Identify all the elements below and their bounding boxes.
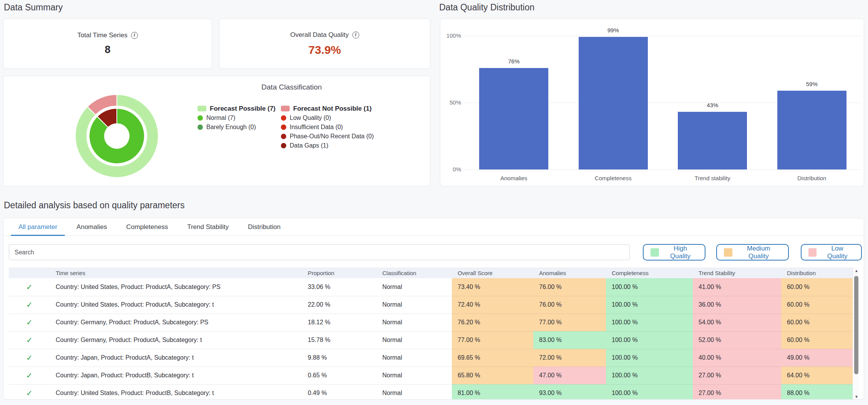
overall-score-cell: 76.20 % — [452, 314, 533, 331]
col-time-series[interactable]: Time series — [50, 267, 302, 278]
legend-label: Barely Enough (0) — [206, 124, 256, 131]
anomalies-cell: 72.00 % — [533, 349, 606, 367]
table-row[interactable]: ✓Country: Germany, Product: ProductA, Su… — [9, 331, 853, 349]
col-trend-stability[interactable]: Trend Stability — [693, 267, 781, 278]
col-anomalies[interactable]: Anomalies — [533, 267, 606, 278]
trend-stability-cell: 40.00 % — [693, 349, 781, 367]
scrollbar-thumb[interactable] — [854, 276, 858, 374]
quality-table-wrap: Time series Proportion Classification Ov… — [9, 267, 859, 400]
completeness-cell: 100.00 % — [606, 314, 693, 331]
trend-stability-cell: 27.00 % — [693, 367, 781, 384]
x-axis-label: Completeness — [575, 175, 652, 181]
x-axis-label: Distribution — [773, 175, 850, 181]
table-row[interactable]: ✓Country: United States, Product: Produc… — [9, 278, 853, 296]
scroll-down-icon[interactable]: ▼ — [853, 395, 859, 399]
legend-item-phase-out-no-recent-data-0[interactable]: Phase-Out/No Recent Data (0) — [281, 133, 374, 139]
completeness-cell: 100.00 % — [606, 384, 693, 400]
table-row[interactable]: ✓Country: Japan, Product: ProductB, Subc… — [9, 367, 853, 384]
medium-quality-swatch-icon — [724, 248, 732, 257]
overall-score-cell: 72.40 % — [452, 296, 533, 314]
bar-completeness — [579, 37, 648, 169]
tab-completeness[interactable]: Completeness — [126, 218, 168, 236]
data-quality-distribution-chart-card: 0%50%100%76%Anomalies99%Completeness43%T… — [440, 18, 864, 186]
anomalies-cell: 47.00 % — [533, 367, 606, 384]
trend-stability-cell: 52.00 % — [693, 331, 781, 349]
trend-stability-cell: 36.00 % — [693, 296, 781, 314]
gridline — [464, 36, 861, 36]
table-row[interactable]: ✓Country: United States, Product: Produc… — [9, 296, 853, 314]
col-check — [9, 267, 50, 278]
time-series-cell: Country: Germany, Product: ProductA, Sub… — [50, 331, 302, 349]
high-quality-button[interactable]: High Quality — [643, 244, 705, 261]
legend-label: Insufficient Data (0) — [290, 124, 343, 131]
total-time-series-value: 8 — [105, 44, 110, 56]
data-summary-heading: Data Summary — [4, 2, 63, 13]
bar-value-label: 76% — [479, 58, 548, 65]
info-icon[interactable]: i — [352, 32, 359, 38]
check-icon: ✓ — [26, 371, 33, 380]
distribution-cell: 60.00 % — [781, 296, 853, 314]
data-classification-card: Data Classification Forecast Possible (7… — [3, 76, 430, 186]
medium-quality-button[interactable]: Medium Quality — [716, 244, 788, 261]
classification-cell: Normal — [377, 349, 452, 367]
legend-label: Forecast Possible (7) — [210, 105, 276, 113]
tab-anomalies[interactable]: Anomalies — [76, 218, 107, 236]
table-row[interactable]: ✓Country: Germany, Product: ProductA, Su… — [9, 314, 853, 331]
col-distribution[interactable]: Distribution — [781, 267, 853, 278]
legend-label: Phase-Out/No Recent Data (0) — [290, 133, 374, 140]
scroll-up-icon[interactable]: ▲ — [853, 269, 859, 273]
legend-item-low-quality-0[interactable]: Low Quality (0) — [281, 115, 374, 121]
overall-score-cell: 69.65 % — [452, 349, 533, 367]
completeness-cell: 100.00 % — [606, 278, 693, 296]
overall-data-quality-card: Overall Data Quality i 73.9% — [219, 18, 430, 69]
check-icon: ✓ — [26, 389, 33, 397]
bar-anomalies — [479, 68, 548, 169]
low-quality-button[interactable]: Low Quality — [801, 244, 862, 261]
completeness-cell: 100.00 % — [606, 331, 693, 349]
distribution-cell: 60.00 % — [781, 331, 853, 349]
circle-swatch-icon — [281, 134, 286, 139]
legend-item-barely-enough-0[interactable]: Barely Enough (0) — [197, 124, 276, 130]
col-proportion[interactable]: Proportion — [302, 267, 377, 278]
check-icon: ✓ — [26, 336, 33, 344]
legend-item-normal-7[interactable]: Normal (7) — [197, 115, 276, 121]
proportion-cell: 9.88 % — [302, 349, 377, 367]
legend-item-forecast-possible-7[interactable]: Forecast Possible (7) — [197, 105, 276, 112]
bar-value-label: 59% — [777, 81, 846, 87]
legend-item-forecast-not-possible-1[interactable]: Forecast Not Possible (1) — [281, 105, 374, 112]
distribution-cell: 60.00 % — [781, 278, 853, 296]
tab-trend-stability[interactable]: Trend Stability — [187, 218, 229, 236]
overall-data-quality-value: 73.9% — [308, 43, 341, 56]
classification-cell: Normal — [377, 278, 452, 296]
distribution-cell: 88.00 % — [781, 384, 853, 400]
col-classification[interactable]: Classification — [377, 267, 452, 278]
classification-cell: Normal — [377, 367, 452, 384]
anomalies-cell: 83.00 % — [533, 331, 606, 349]
overall-score-cell: 65.80 % — [452, 367, 533, 384]
status-cell: ✓ — [9, 384, 50, 400]
overall-score-cell: 81.00 % — [452, 384, 533, 400]
detailed-analysis-heading: Detailed analysis based on quality param… — [4, 200, 185, 211]
info-icon[interactable]: i — [131, 32, 138, 39]
col-overall-score[interactable]: Overall Score — [452, 267, 533, 278]
gridline — [464, 169, 861, 170]
quality-table: Time series Proportion Classification Ov… — [9, 267, 853, 400]
trend-stability-cell: 27.00 % — [693, 384, 781, 400]
table-row[interactable]: ✓Country: Japan, Product: ProductA, Subc… — [9, 349, 853, 367]
y-axis-tick: 0% — [440, 166, 461, 173]
time-series-cell: Country: United States, Product: Product… — [50, 278, 302, 296]
tab-distribution[interactable]: Distribution — [248, 218, 280, 236]
search-input[interactable] — [9, 244, 630, 260]
status-cell: ✓ — [9, 314, 50, 331]
table-row[interactable]: ✓Country: United States, Product: Produc… — [9, 384, 853, 400]
status-cell: ✓ — [9, 367, 50, 384]
trend-stability-cell: 41.00 % — [693, 278, 781, 296]
tab-all-parameter[interactable]: All parameter — [18, 218, 57, 236]
distribution-cell: 64.00 % — [781, 367, 853, 384]
classification-legend-right: Forecast Not Possible (1)Low Quality (0)… — [281, 105, 374, 151]
col-completeness[interactable]: Completeness — [606, 267, 693, 278]
time-series-cell: Country: United States, Product: Product… — [50, 296, 302, 314]
table-scrollbar[interactable]: ▲ ▼ — [853, 267, 859, 400]
legend-item-insufficient-data-0[interactable]: Insufficient Data (0) — [281, 124, 374, 130]
legend-item-data-gaps-1[interactable]: Data Gaps (1) — [281, 142, 374, 149]
